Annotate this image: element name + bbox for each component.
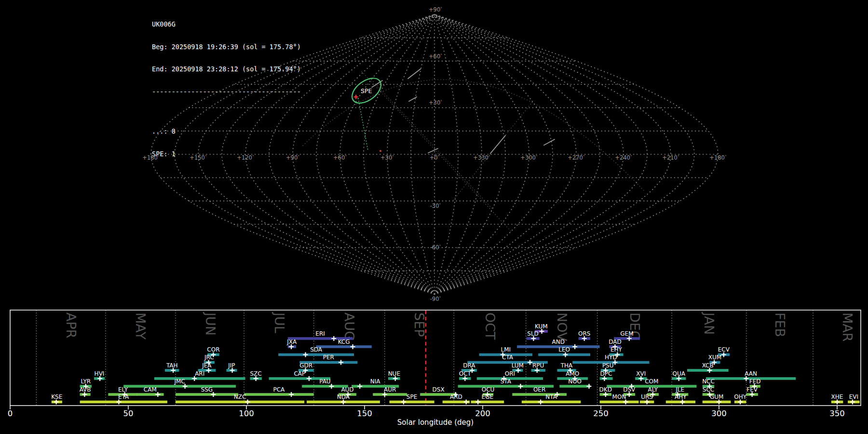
shower-peak-marker	[563, 353, 568, 357]
shower-activity-bar	[123, 385, 236, 388]
shower-code-label: XVI	[636, 370, 646, 377]
shower-peak-marker	[206, 368, 211, 373]
shower-code-label: NUE	[388, 370, 400, 377]
shower-code-label: DSX	[433, 386, 445, 393]
shower-CAM: CAM	[136, 386, 163, 397]
shower-code-label: SZC	[250, 370, 261, 377]
shower-code-label: DRA	[463, 362, 475, 369]
shower-peak-marker	[744, 376, 748, 381]
shower-KCG: KCG	[316, 339, 372, 350]
shower-peak-marker	[329, 384, 334, 389]
shower-code-label: XCB	[702, 362, 714, 369]
shower-activity-bar	[373, 393, 407, 396]
shower-JIP: JIP	[226, 362, 237, 373]
shower-peak-marker	[97, 376, 102, 381]
shower-peak-marker	[738, 400, 743, 405]
shower-peak-marker	[680, 400, 685, 405]
shower-code-label: ARD	[450, 393, 462, 400]
shower-code-label: OER	[533, 386, 545, 393]
shower-PCA: PCA	[244, 386, 314, 397]
shower-peak-marker	[475, 400, 480, 405]
shower-code-label: STA	[501, 378, 512, 385]
shower-peak-marker	[211, 392, 216, 397]
shower-code-label: OCT	[459, 370, 472, 377]
shower-code-label: JEA	[202, 362, 212, 369]
shower-peak-marker	[245, 400, 250, 405]
month-label: NOV	[555, 312, 570, 341]
shower-code-label: ECV	[718, 346, 730, 353]
shower-code-label: ELY	[118, 386, 128, 393]
shower-NUE: NUE	[388, 370, 400, 381]
shower-code-label: SCC	[703, 386, 714, 393]
shower-peak-marker	[393, 376, 398, 381]
shower-JXA: JXA	[286, 339, 297, 350]
shower-peak-marker	[707, 368, 712, 373]
shower-peak-marker	[116, 400, 121, 405]
shower-peak-marker	[572, 344, 577, 349]
shower-peak-marker	[677, 376, 681, 381]
shower-code-label: QUA	[672, 370, 685, 377]
shower-peak-marker	[382, 392, 387, 397]
shower-DKD: DKD	[599, 386, 612, 397]
month-label: SEP	[412, 312, 427, 337]
shower-code-label: EVI	[849, 393, 858, 400]
shower-peak-marker	[303, 353, 308, 357]
shower-activity-bar	[176, 401, 304, 404]
shower-code-label: RPU	[532, 362, 544, 369]
shower-code-label: AUD	[341, 386, 353, 393]
shower-code-label: AAN	[745, 370, 757, 377]
shower-code-label: PAU	[319, 378, 330, 385]
shower-code-label: EHY	[610, 346, 623, 353]
shower-activity-bar	[244, 393, 314, 396]
shower-peak-marker	[341, 400, 346, 405]
shower-code-label: LYR	[81, 378, 91, 385]
shower-code-label: COR	[207, 346, 219, 353]
shower-code-label: DSV	[623, 386, 636, 393]
month-label: JAN	[702, 312, 717, 335]
shower-peak-marker	[351, 344, 355, 349]
x-axis-title: Solar longitude (deg)	[397, 418, 474, 427]
x-tick-label: 50	[123, 409, 134, 418]
shower-peak-marker	[540, 329, 544, 334]
shower-EGE: EGE	[471, 393, 504, 405]
shower-code-label: PCA	[273, 386, 285, 393]
shower-peak-marker	[357, 384, 362, 389]
shower-peak-marker	[516, 368, 521, 373]
shower-code-label: LEO	[558, 346, 570, 353]
shower-peak-marker	[254, 376, 258, 381]
x-axis: 050100150200250300350Solar longitude (de…	[8, 406, 845, 427]
shower-code-label: KUM	[535, 323, 548, 330]
shower-peak-marker	[627, 392, 632, 397]
shower-code-label: ORI	[505, 370, 515, 377]
shower-code-label: NOO	[568, 378, 582, 385]
shower-peak-marker	[850, 400, 855, 405]
shower-SLD: SLD	[527, 330, 540, 341]
shower-code-label: THA	[560, 362, 573, 369]
month-label: MAY	[133, 312, 148, 340]
shower-activity-bar	[600, 401, 639, 404]
shower-AUR: AUR	[373, 386, 407, 397]
month-grid: APRMAYJUNJULAUGSEPOCTNOVDECJANFEBMAR	[36, 310, 855, 406]
shower-code-label: MON	[612, 393, 626, 400]
shower-code-label: SLD	[527, 330, 539, 337]
shower-FEV: FEV	[746, 386, 758, 397]
shower-code-label: JLE	[675, 386, 684, 393]
shower-code-label: OCU	[482, 386, 495, 393]
shower-code-label: ORS	[578, 330, 590, 337]
shower-code-label: PSU	[602, 362, 614, 369]
shower-code-label: JIP	[228, 362, 235, 369]
shower-code-label: CTA	[502, 354, 514, 361]
shower-activity-bar	[316, 345, 372, 348]
shower-code-label: GUM	[710, 393, 723, 400]
shower-code-label: URS	[641, 393, 653, 400]
shower-code-label: GEM	[620, 330, 633, 337]
shower-peak-marker	[401, 400, 406, 405]
shower-activity-bar	[522, 401, 581, 404]
shower-OHY: OHY	[734, 393, 746, 405]
shower-code-label: ALY	[648, 386, 658, 393]
shower-QUA: QUA	[672, 370, 686, 381]
shower-bars: KUMERISLDORSGEMJXAKCGANDDADCORSDALMILEOE…	[51, 323, 859, 405]
shower-code-label: ERI	[315, 330, 325, 337]
shower-code-label: TAH	[166, 362, 178, 369]
shower-peak-marker	[538, 400, 543, 405]
